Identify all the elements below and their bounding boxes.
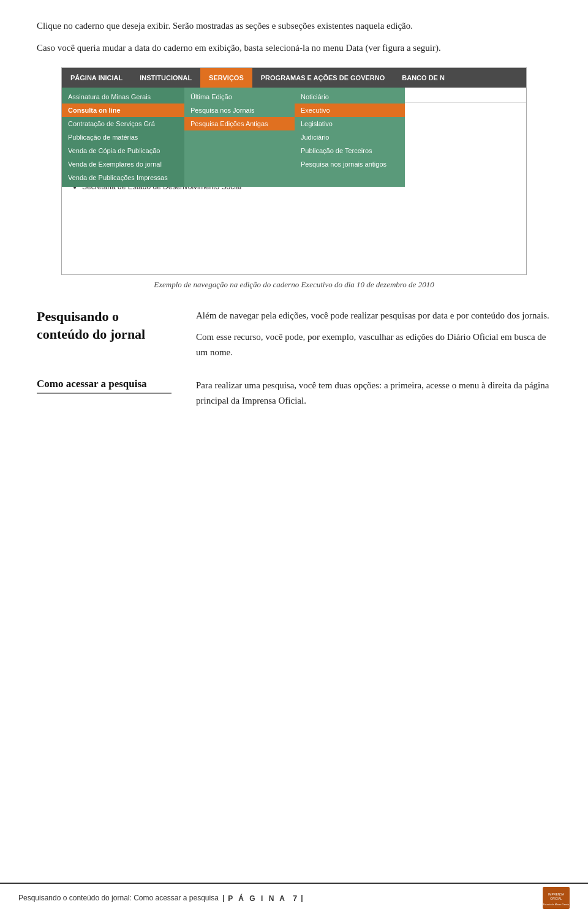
menu-venda-publicacoes[interactable]: Venda de Publicações Impressas [62,171,184,184]
section-pesquisando-left: Pesquisando o conteúdo do jornal [37,308,172,366]
nav-banco[interactable]: BANCO DE N [393,68,453,88]
intro-section: Clique no caderno que deseja exibir. Ser… [37,18,551,55]
section-como-right: Para realizar uma pesquisa, você tem dua… [196,378,551,409]
svg-text:OFICIAL: OFICIAL [550,897,562,900]
section-pesquisando: Pesquisando o conteúdo do jornal Além de… [37,308,551,366]
consulta-submenu: Última Edição Pesquisa nos Jornais Pesqu… [184,88,295,187]
nav-pagina-inicial[interactable]: PÁGINA INICIAL [62,68,131,88]
page-label: P Á G I N A 7 [228,894,297,903]
footer: Pesquisando o conteúdo do jornal: Como a… [0,883,588,912]
menu-publicacao-materias[interactable]: Publicação de matérias [62,130,184,144]
pesquisando-para2: Com esse recurso, você pode, por exemplo… [196,330,551,360]
como-para1: Para realizar uma pesquisa, você tem dua… [196,378,551,409]
footer-right: IMPRENSA OFICIAL Estado de Minas Gerais [543,887,570,909]
section-como: Como acessar a pesquisa Para realizar um… [37,378,551,409]
section-como-title: Como acessar a pesquisa [37,378,172,394]
pesquisando-para1: Além de navegar pela edições, você pode … [196,308,551,323]
section-como-left: Como acessar a pesquisa [37,378,172,409]
svg-text:IMPRENSA: IMPRENSA [548,892,565,896]
footer-text: Pesquisando o conteúdo do jornal: Como a… [18,894,219,902]
page-number: 7 [293,894,297,903]
screenshot-caption: Exemplo de navegação na edição do cadern… [37,280,551,290]
nav-programas[interactable]: PROGRAMAS E AÇÕES DE GOVERNO [252,68,394,88]
servicos-menu: Assinatura do Minas Gerais Consulta on l… [62,88,184,187]
dropdown-overlay: Assinatura do Minas Gerais Consulta on l… [62,88,526,187]
submenu-pesquisa-edicoes[interactable]: Pesquisa Edições Antigas [184,117,295,130]
section-pesquisando-right: Além de navegar pela edições, você pode … [196,308,551,366]
imprensa-oficial-logo: IMPRENSA OFICIAL Estado de Minas Gerais [543,887,570,909]
submenu-noticiario[interactable]: Noticiário [295,90,405,104]
svg-text:Estado de Minas Gerais: Estado de Minas Gerais [543,903,570,906]
submenu-legislativo[interactable]: Legislativo [295,117,405,130]
pesquisa-submenu: Noticiário Executivo Legislativo Judiciá… [295,88,405,187]
submenu-pesquisa-jornais[interactable]: Pesquisa nos Jornais [184,104,295,117]
nav-servicos[interactable]: SERVIÇOS [200,68,252,88]
footer-separator2: | [301,894,303,902]
page-label-text: P Á G I N A [228,894,287,903]
footer-separator: | [222,894,224,902]
intro-para1: Clique no caderno que deseja exibir. Ser… [37,18,551,33]
nav-bar: PÁGINA INICIAL INSTITUCIONAL SERVIÇOS PR… [62,68,526,88]
nav-institucional[interactable]: INSTITUCIONAL [131,68,200,88]
menu-consulta[interactable]: Consulta on line [62,104,184,117]
submenu-publicacao-terceiros[interactable]: Publicação de Terceiros [295,144,405,157]
menu-contratacao[interactable]: Contratação de Serviços Grá [62,117,184,130]
submenu-executivo[interactable]: Executivo [295,104,405,117]
submenu-pesquisa-antigos[interactable]: Pesquisa nos jornais antigos [295,157,405,171]
section-pesquisando-title: Pesquisando o conteúdo do jornal [37,308,172,343]
screenshot-box: PÁGINA INICIAL INSTITUCIONAL SERVIÇOS PR… [61,67,527,275]
footer-left: Pesquisando o conteúdo do jornal: Como a… [18,894,303,903]
menu-venda-copia[interactable]: Venda de Cópia de Publicação [62,144,184,157]
intro-para2: Caso você queria mudar a data do caderno… [37,40,551,55]
menu-venda-exemplares[interactable]: Venda de Exemplares do jornal [62,157,184,171]
menu-assinatura[interactable]: Assinatura do Minas Gerais [62,90,184,104]
submenu-ultima-edicao[interactable]: Última Edição [184,90,295,104]
submenu-judiciario[interactable]: Judiciário [295,130,405,144]
